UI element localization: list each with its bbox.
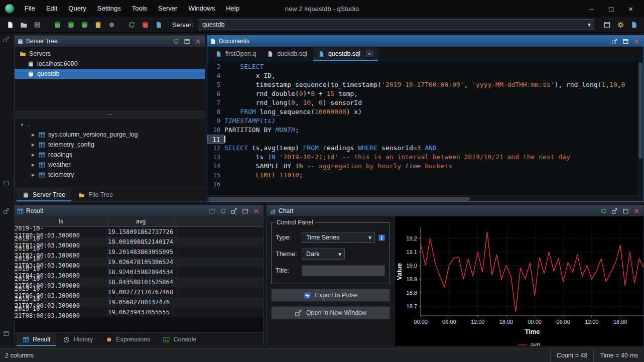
chart-title-input[interactable] — [302, 265, 385, 276]
popout-panel-button[interactable] — [610, 37, 619, 46]
editor-line: 11 — [207, 135, 637, 144]
table-icon — [39, 172, 45, 178]
save-button[interactable] — [31, 19, 43, 31]
dock-handle-icon[interactable] — [3, 208, 10, 214]
tab-duckdb-sql[interactable]: duckdb.sql — [262, 47, 312, 61]
preferences-button[interactable] — [614, 19, 626, 31]
tree-item-server-questdb[interactable]: questdb — [15, 69, 205, 79]
column-label: ts — [59, 218, 63, 225]
tab-result[interactable]: Result — [17, 333, 56, 346]
edit-query-button[interactable] — [153, 19, 165, 31]
tab-console[interactable]: Console — [157, 333, 202, 346]
menu-file[interactable]: File — [19, 0, 41, 17]
cell-value: 19.001098852140174 — [108, 238, 173, 246]
open-in-new-window-button[interactable]: Open in New Window — [271, 306, 390, 319]
token: '2019-10-17T00:00:00' — [381, 81, 464, 88]
export-to-pulse-button[interactable]: Export to Pulse — [271, 289, 390, 302]
column-header-avg[interactable]: avg — [108, 216, 174, 226]
maximize-panel-button[interactable] — [621, 207, 630, 215]
column-label: avg — [136, 218, 146, 225]
menu-windows[interactable]: Windows — [183, 0, 220, 17]
maximize-panel-button[interactable] — [621, 37, 630, 46]
tree-item-table-telemetry[interactable]: ▶telemetry — [15, 170, 205, 180]
minimize-icon[interactable]: – — [590, 5, 594, 13]
server-select[interactable]: questdb ▼ — [198, 19, 594, 30]
info-icon[interactable] — [378, 234, 385, 242]
tab-file-tree[interactable]: File Tree — [72, 188, 119, 201]
float-panel-button[interactable] — [208, 207, 216, 215]
tree-item-table-telemetry-config[interactable]: ▶telemetry_config — [15, 140, 205, 150]
menu-settings[interactable]: Settings — [92, 0, 126, 17]
popout-panel-button[interactable] — [610, 207, 619, 215]
chart-icon — [270, 208, 276, 214]
clone-server-button[interactable] — [65, 19, 77, 31]
close-panel-button[interactable] — [632, 37, 641, 46]
close-panel-button[interactable] — [632, 207, 641, 215]
popout-panel-button[interactable] — [230, 207, 238, 215]
tab-questdb-sql[interactable]: questdb.sql× — [313, 47, 378, 61]
edit-query-icon — [155, 21, 163, 29]
close-panel-button[interactable] — [194, 37, 202, 46]
record-button[interactable] — [105, 19, 117, 31]
token: LIMIT — [256, 171, 276, 179]
tab-expressions[interactable]: Expressions — [100, 333, 156, 346]
token: ), rnd_long( — [554, 81, 601, 88]
scrollbar-thumb[interactable] — [208, 197, 470, 201]
editor-vscrollbar[interactable] — [637, 61, 643, 195]
scrollbar-thumb[interactable] — [638, 62, 642, 159]
maximize-panel-button[interactable] — [241, 207, 249, 215]
menu-query[interactable]: Query — [63, 0, 91, 17]
tab-firstopen-q[interactable]: firstOpen.q — [210, 47, 261, 61]
token: rnd_double( — [224, 90, 299, 97]
close-tab-icon[interactable]: × — [366, 50, 373, 57]
paste-button[interactable] — [92, 19, 104, 31]
chart-type-select[interactable]: Time Series ▼ — [302, 232, 375, 243]
tree-item-db-root[interactable]: ▼. — [15, 119, 205, 130]
window-layout-button[interactable] — [601, 19, 613, 31]
tab-history[interactable]: History — [57, 333, 99, 346]
refresh-button[interactable] — [599, 207, 608, 215]
editor-hscrollbar[interactable] — [207, 195, 643, 201]
sql-editor[interactable]: 3 SELECT4 x ID,5 timestamp_sequence(to_t… — [207, 61, 637, 195]
refresh-button[interactable] — [172, 37, 180, 46]
refresh-server-button[interactable] — [125, 19, 138, 31]
folder-icon — [78, 192, 85, 198]
menu-help[interactable]: Help — [220, 0, 245, 17]
menu-server[interactable]: Server — [153, 0, 183, 17]
token: FROM — [303, 144, 319, 152]
refresh-button[interactable] — [219, 207, 227, 215]
chart-theme-select[interactable]: Dark ▼ — [302, 249, 345, 260]
dock-handle-icon[interactable] — [3, 36, 10, 43]
tab-server-tree[interactable]: Server Tree — [17, 188, 71, 201]
status-columns: 2 columns — [0, 352, 550, 359]
tree-item-server-localhost-6000[interactable]: localhost:6000 — [15, 59, 205, 69]
add-server-button[interactable] — [51, 19, 63, 31]
editor-line: 5 timestamp_sequence(to_timestamp('2019-… — [207, 80, 637, 89]
menu-tools[interactable]: Tools — [126, 0, 153, 17]
dock-handle-icon[interactable] — [3, 180, 10, 186]
token: 0 — [621, 81, 625, 88]
close-panel-button[interactable] — [252, 207, 261, 215]
edit-server-button[interactable] — [78, 19, 90, 31]
tree-item-table-sys-column-versions-purge-log[interactable]: ▶sys.column_versions_purge_log — [15, 130, 205, 140]
maximize-icon[interactable]: □ — [609, 5, 613, 13]
server-settings-button[interactable] — [139, 19, 151, 31]
tree-item-table-weather[interactable]: ▶weather — [15, 160, 205, 170]
titlebar: FileEditQuerySettingsToolsServerWindowsH… — [0, 0, 644, 17]
menu-edit[interactable]: Edit — [41, 0, 63, 17]
token: -- aggregation by hourly — [307, 162, 405, 170]
tree-label: questdb — [37, 70, 59, 77]
help-docs-button[interactable] — [628, 19, 640, 31]
tree-item-table-readings[interactable]: ▶readings — [15, 150, 205, 160]
edit-server-icon — [81, 21, 88, 29]
tree-item-servers-root[interactable]: Servers — [15, 49, 205, 59]
open-file-button[interactable] — [18, 19, 30, 31]
tree-splitter[interactable]: ⋯ — [15, 111, 205, 118]
close-icon[interactable]: × — [628, 5, 633, 13]
popout-icon — [611, 208, 618, 214]
table-row[interactable]: 2019-10-21T08:00:03.30000019.06239437055… — [15, 307, 263, 317]
dock-handle-icon[interactable] — [3, 330, 10, 337]
tree-label: . — [28, 121, 29, 128]
new-file-button[interactable] — [4, 19, 16, 31]
maximize-panel-button[interactable] — [183, 37, 191, 46]
